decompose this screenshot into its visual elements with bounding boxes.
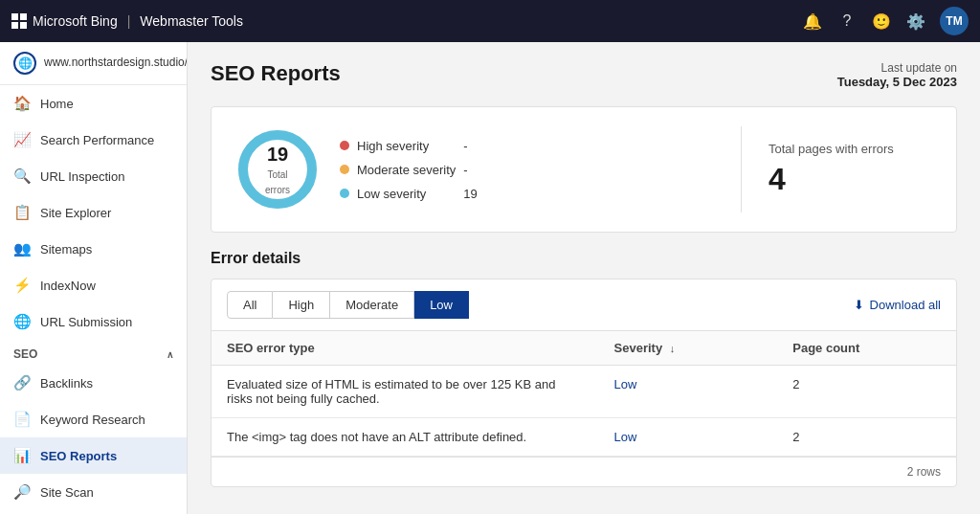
- sidebar-item-keyword-research[interactable]: 📄 Keyword Research: [0, 401, 187, 437]
- sidebar-item-label: IndexNow: [40, 279, 96, 293]
- sidebar-item-label: Site Explorer: [40, 206, 111, 220]
- table-row: The <img> tag does not have an ALT attri…: [212, 418, 956, 457]
- topbar-tool-name: Webmaster Tools: [140, 13, 243, 29]
- error-severity-1: Low: [599, 366, 778, 418]
- sidebar-item-label: Backlinks: [40, 376, 93, 391]
- page-title: SEO Reports: [211, 61, 341, 86]
- settings-icon[interactable]: ⚙️: [905, 11, 926, 32]
- seo-section-label: SEO: [13, 347, 37, 361]
- summary-card: 19 Total errors High severity - Moderate…: [211, 106, 957, 233]
- donut-section: 19 Total errors High severity - Moderate…: [234, 126, 742, 212]
- sidebar-item-site-scan[interactable]: 🔎 Site Scan: [0, 474, 187, 510]
- link-icon: 🔗: [13, 374, 31, 391]
- sidebar-item-label: Home: [40, 97, 74, 111]
- feedback-icon[interactable]: 🙂: [871, 11, 892, 32]
- moderate-label: Moderate severity: [357, 163, 456, 177]
- donut-chart: 19 Total errors: [234, 126, 321, 212]
- high-count: -: [463, 139, 492, 153]
- download-label: Download all: [870, 298, 941, 312]
- grid-icon: 📋: [13, 204, 31, 221]
- sort-icon: ↓: [670, 343, 676, 354]
- severity-item-high: High severity -: [340, 139, 492, 153]
- total-pages-count: 4: [768, 162, 933, 197]
- filter-all-button[interactable]: All: [227, 291, 273, 319]
- sidebar-item-label: SEO Reports: [40, 449, 117, 463]
- low-count: 19: [463, 187, 492, 201]
- sidebar-item-sitemaps[interactable]: 👥 Sitemaps: [0, 231, 187, 267]
- home-icon: 🏠: [13, 95, 31, 112]
- table-footer: 2 rows: [212, 457, 956, 486]
- help-icon[interactable]: ?: [836, 11, 858, 32]
- topbar-product-name: Microsoft Bing: [33, 13, 118, 29]
- donut-total: 19: [256, 144, 300, 166]
- donut-label: 19 Total errors: [256, 144, 300, 196]
- sidebar-item-label: Keyword Research: [40, 413, 145, 427]
- trending-icon: 📈: [13, 131, 31, 148]
- topbar-divider: |: [127, 13, 131, 29]
- download-icon: ⬇: [854, 298, 864, 312]
- error-description-2: The <img> tag does not have an ALT attri…: [212, 418, 599, 457]
- total-pages-label: Total pages with errors: [768, 142, 933, 156]
- sidebar-site-selector[interactable]: 🌐 www.northstardesign.studio/ ▼: [0, 42, 187, 85]
- reports-icon: 📊: [13, 447, 31, 464]
- donut-subtitle: Total errors: [265, 169, 290, 195]
- sidebar-item-label: URL Inspection: [40, 169, 124, 184]
- last-update-date: Tuesday, 5 Dec 2023: [837, 75, 957, 89]
- col-header-seo-error-type: SEO error type: [212, 331, 599, 366]
- seo-chevron-icon[interactable]: ∧: [167, 349, 173, 360]
- severity-item-moderate: Moderate severity -: [340, 163, 492, 177]
- page-count-2: 2: [777, 418, 956, 457]
- sidebar-item-site-explorer[interactable]: 📋 Site Explorer: [0, 194, 187, 231]
- error-details-card: All High Moderate Low ⬇ Download all SEO…: [211, 279, 957, 487]
- last-update: Last update on Tuesday, 5 Dec 2023: [837, 61, 957, 89]
- error-details-section: Error details All High Moderate Low ⬇ Do…: [211, 250, 957, 487]
- sidebar-site-name: www.northstardesign.studio/: [44, 56, 188, 71]
- row-count: 2 rows: [907, 465, 941, 479]
- col-header-page-count: Page count: [777, 331, 956, 366]
- table-header-row: SEO error type Severity ↓ Page count: [212, 331, 956, 366]
- col-header-severity: Severity ↓: [599, 331, 778, 366]
- user-avatar[interactable]: TM: [940, 7, 969, 35]
- sidebar-item-label: URL Submission: [40, 315, 132, 329]
- sidebar-item-indexnow[interactable]: ⚡ IndexNow: [0, 267, 187, 303]
- error-description-1: Evaluated size of HTML is estimated to b…: [212, 366, 599, 418]
- filter-bar: All High Moderate Low ⬇ Download all: [212, 279, 956, 331]
- main-layout: 🌐 www.northstardesign.studio/ ▼ 🏠 Home 📈…: [0, 42, 980, 514]
- sidebar-item-search-performance[interactable]: 📈 Search Performance: [0, 122, 187, 158]
- page-count-1: 2: [777, 366, 956, 418]
- sidebar-item-seo-reports[interactable]: 📊 SEO Reports: [0, 437, 187, 474]
- last-update-label: Last update on: [881, 61, 957, 75]
- sidebar-item-backlinks[interactable]: 🔗 Backlinks: [0, 365, 187, 401]
- sidebar-item-label: Site Scan: [40, 485, 94, 500]
- windows-logo-icon: [11, 13, 27, 29]
- notification-icon[interactable]: 🔔: [802, 11, 823, 32]
- sidebar-item-label: Search Performance: [40, 133, 154, 147]
- sidebar-item-url-submission[interactable]: 🌐 URL Submission: [0, 303, 187, 340]
- download-all-button[interactable]: ⬇ Download all: [854, 298, 941, 312]
- page-header: SEO Reports Last update on Tuesday, 5 De…: [211, 61, 957, 89]
- main-content: SEO Reports Last update on Tuesday, 5 De…: [188, 42, 980, 514]
- severity-list: High severity - Moderate severity - Low …: [340, 139, 492, 201]
- severity-item-low: Low severity 19: [340, 187, 492, 201]
- severity-link-2[interactable]: Low: [614, 430, 637, 444]
- globe-icon: 🌐: [13, 313, 31, 330]
- sidebar-item-url-inspection[interactable]: 🔍 URL Inspection: [0, 158, 187, 194]
- topbar: Microsoft Bing | Webmaster Tools 🔔 ? 🙂 ⚙…: [0, 0, 980, 42]
- high-dot: [340, 141, 349, 150]
- scan-icon: 🔎: [13, 483, 31, 501]
- table-row: Evaluated size of HTML is estimated to b…: [212, 366, 956, 418]
- filter-low-button[interactable]: Low: [414, 291, 469, 319]
- severity-link-1[interactable]: Low: [614, 377, 637, 391]
- filter-moderate-button[interactable]: Moderate: [330, 291, 414, 319]
- moderate-count: -: [463, 163, 492, 177]
- low-dot: [340, 189, 349, 198]
- sidebar-item-home[interactable]: 🏠 Home: [0, 85, 187, 122]
- error-details-title: Error details: [211, 250, 957, 267]
- topbar-icons: 🔔 ? 🙂 ⚙️ TM: [802, 7, 969, 35]
- keyword-icon: 📄: [13, 411, 31, 428]
- sidebar-seo-section: SEO ∧: [0, 340, 187, 365]
- filter-high-button[interactable]: High: [273, 291, 330, 319]
- search-icon: 🔍: [13, 168, 31, 185]
- indexnow-icon: ⚡: [13, 277, 31, 294]
- error-table: SEO error type Severity ↓ Page count Eva…: [212, 331, 956, 457]
